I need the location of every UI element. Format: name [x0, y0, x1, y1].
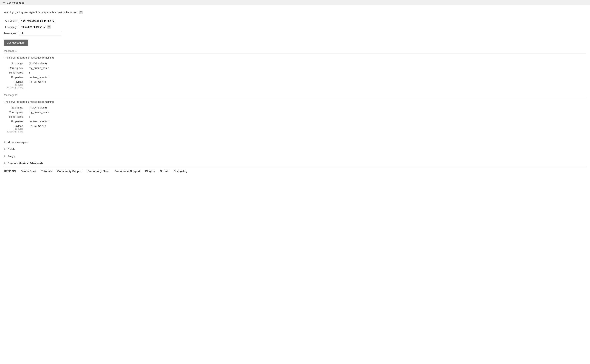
prop-value: content_type: text — [26, 119, 49, 124]
ack-mode-select[interactable]: Nack message requeue true — [19, 19, 55, 23]
chevron-right-icon — [4, 148, 6, 150]
chevron-right-icon — [4, 155, 6, 157]
help-icon[interactable]: ? — [47, 25, 51, 29]
prop-label: Properties — [4, 119, 26, 124]
collapsed-section-label: Move messages — [8, 141, 28, 144]
collapsed-section[interactable]: Purge — [0, 153, 590, 160]
prop-label: Routing Key — [4, 66, 26, 70]
footer-link[interactable]: Plugins — [145, 170, 154, 173]
footer-link[interactable]: Tutorials — [41, 170, 52, 173]
prop-value: my_queue_name — [26, 110, 49, 115]
prop-label: Properties — [4, 75, 26, 79]
collapsed-section[interactable]: Delete — [0, 146, 590, 153]
collapsed-section-label: Purge — [8, 155, 15, 158]
section-title: Get messages — [7, 1, 24, 4]
collapsed-section-label: Runtime Metrics (Advanced) — [8, 162, 43, 165]
footer-link[interactable]: HTTP API — [4, 170, 16, 173]
get-messages-button[interactable]: Get Message(s) — [4, 39, 28, 46]
messages-label: Messages: — [4, 31, 19, 36]
footer-link[interactable]: Commercial Support — [114, 170, 140, 173]
prop-label: Payload11 bytesEncoding: string — [4, 124, 26, 134]
footer-link[interactable]: Community Support — [57, 170, 82, 173]
prop-value — [26, 70, 49, 75]
collapsed-section-label: Delete — [8, 148, 15, 151]
collapsed-section[interactable]: Move messages — [0, 139, 590, 146]
warning-line: Warning: getting messages from a queue i… — [4, 11, 586, 14]
chevron-down-icon — [3, 2, 5, 4]
prop-value: Hello World — [26, 124, 49, 134]
messages-remaining: The server reported 1 messages remaining… — [4, 54, 586, 61]
message-properties: Exchange(AMQP default)Routing Keymy_queu… — [4, 105, 49, 134]
messages-remaining: The server reported 0 messages remaining… — [4, 98, 586, 105]
footer-link[interactable]: Changelog — [174, 170, 187, 173]
encoding-label: Encoding: — [4, 25, 19, 29]
message-properties: Exchange(AMQP default)Routing Keymy_queu… — [4, 61, 49, 90]
footer-link[interactable]: Community Slack — [87, 170, 109, 173]
prop-label: Redelivered — [4, 70, 26, 75]
prop-value — [26, 115, 49, 119]
message-header: Message 2 — [4, 92, 586, 98]
prop-label: Exchange — [4, 105, 26, 110]
footer-link[interactable]: Server Docs — [21, 170, 36, 173]
collapsed-section[interactable]: Runtime Metrics (Advanced) — [0, 160, 590, 167]
warning-text: Warning: getting messages from a queue i… — [4, 11, 78, 14]
prop-label: Redelivered — [4, 115, 26, 119]
prop-value: my_queue_name — [26, 66, 49, 70]
chevron-right-icon — [4, 162, 6, 164]
ack-mode-label: Ack Mode: — [4, 19, 19, 23]
prop-label: Payload11 bytesEncoding: string — [4, 79, 26, 90]
message-block: Message 1The server reported 1 messages … — [4, 48, 586, 90]
message-block: Message 2The server reported 0 messages … — [4, 92, 586, 134]
chevron-right-icon — [4, 141, 6, 143]
get-messages-form: Ack Mode: Nack message requeue true Enco… — [4, 17, 61, 37]
help-icon[interactable]: ? — [79, 11, 83, 14]
prop-value: (AMQP default) — [26, 61, 49, 66]
not-redelivered-dot-icon — [29, 117, 30, 118]
encoding-select[interactable]: Auto string / base64 — [19, 25, 47, 29]
prop-value: content_type: text — [26, 75, 49, 79]
prop-label: Exchange — [4, 61, 26, 66]
message-header: Message 1 — [4, 48, 586, 54]
footer-link[interactable]: GitHub — [160, 170, 168, 173]
prop-value: Hello World — [26, 79, 49, 90]
messages-input[interactable] — [19, 31, 61, 36]
section-header-get-messages[interactable]: Get messages — [0, 0, 590, 5]
redelivered-dot-icon — [29, 72, 30, 73]
prop-label: Routing Key — [4, 110, 26, 115]
prop-value: (AMQP default) — [26, 105, 49, 110]
footer-links: HTTP APIServer DocsTutorialsCommunity Su… — [4, 167, 586, 176]
